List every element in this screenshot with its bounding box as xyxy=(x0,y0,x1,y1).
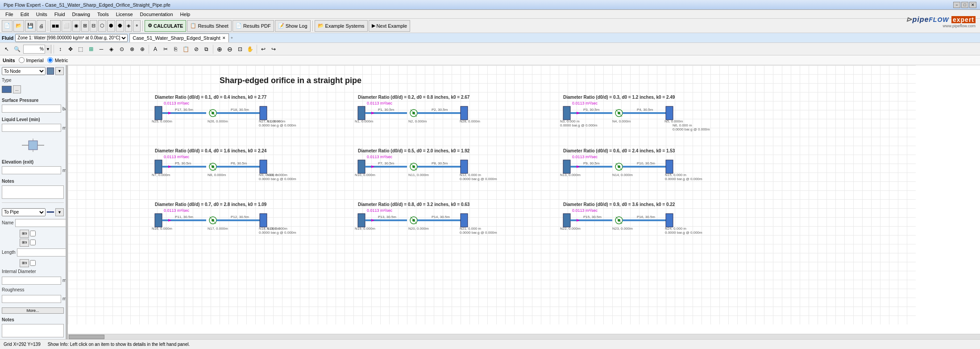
delete-tool[interactable]: ⊘ xyxy=(191,44,201,54)
tb-icon-4[interactable]: ⊞ xyxy=(81,20,89,32)
new-button[interactable]: 📄 xyxy=(2,20,12,32)
save-button[interactable]: 💾 xyxy=(25,20,36,32)
svg-text:0.0113 m³/sec: 0.0113 m³/sec xyxy=(164,155,190,159)
pipe-name-input[interactable] xyxy=(15,219,66,227)
tb-icon-7[interactable]: ⬢ xyxy=(107,20,115,32)
length-check[interactable] xyxy=(30,260,36,266)
minimize-button[interactable]: − xyxy=(953,2,960,8)
zoom-out-btn[interactable]: ⊖ xyxy=(225,44,235,54)
to-pipe-select[interactable]: To Pipe xyxy=(2,208,46,216)
notes2-textarea[interactable] xyxy=(2,324,64,337)
svg-rect-115 xyxy=(358,214,365,227)
menu-file[interactable]: File xyxy=(2,11,17,18)
zoom-input[interactable]: 100 xyxy=(24,46,40,51)
valve-tool[interactable]: ⊗ xyxy=(127,44,137,54)
menu-drawing[interactable]: Drawing xyxy=(69,11,94,18)
scrollbar-thumb[interactable] xyxy=(69,335,104,339)
tb-icon-9[interactable]: ◈ xyxy=(125,20,132,32)
results-sheet-button[interactable]: 📋 Results Sheet xyxy=(187,20,231,32)
menu-units[interactable]: Units xyxy=(33,11,51,18)
type-btn[interactable]: ... xyxy=(13,85,21,93)
tb-icon-6[interactable]: ⬡ xyxy=(98,20,106,32)
cursor-tool[interactable]: ↖ xyxy=(2,44,12,54)
next-example-button[interactable]: ▶ Next Example xyxy=(369,20,410,32)
notes-textarea[interactable] xyxy=(2,185,64,199)
node-arrow-button[interactable]: ▼ xyxy=(55,67,64,75)
svg-text:N2, 0.000m: N2, 0.000m xyxy=(408,119,427,123)
results-pdf-button[interactable]: 📄 Results PDF xyxy=(233,20,274,32)
tb-icon-2[interactable]: ⬜ xyxy=(62,20,71,32)
imperial-radio[interactable] xyxy=(19,57,25,63)
pipe-tool[interactable]: ─ xyxy=(96,44,106,54)
tank-tool[interactable]: ⊞ xyxy=(86,44,96,54)
liquid-level-input[interactable]: 0 xyxy=(2,124,61,132)
example-systems-button[interactable]: 📂 Example Systems xyxy=(315,20,368,32)
menu-fluid[interactable]: Fluid xyxy=(51,11,69,18)
calculate-button[interactable]: ⚙ CALCULATE xyxy=(145,20,186,32)
svg-text:P6, 30.5m: P6, 30.5m xyxy=(231,161,247,165)
maximize-button[interactable]: □ xyxy=(961,2,968,8)
paste-tool[interactable]: 📋 xyxy=(181,44,191,54)
surface-pressure-input[interactable]: 0 xyxy=(2,105,61,113)
redo-btn[interactable]: ↪ xyxy=(269,44,278,54)
menu-edit[interactable]: Edit xyxy=(17,11,33,18)
roughness-row: Roughness xyxy=(2,287,64,292)
select-tool[interactable]: ⬚ xyxy=(76,44,86,54)
fluid-select[interactable]: Zone 1: Water [998.000000 kg/m³ at 0.0ba… xyxy=(15,34,128,42)
group-tool[interactable]: ⧉ xyxy=(202,44,212,54)
cut-tool[interactable]: ✂ xyxy=(161,44,170,54)
zoom-in-tool[interactable]: 🔍 xyxy=(12,44,22,54)
undo-btn[interactable]: ↩ xyxy=(258,44,268,54)
length-input[interactable]: 0 xyxy=(17,248,66,256)
svg-text:N11, 0.000m: N11, 0.000m xyxy=(408,173,429,177)
notes2-label: Notes xyxy=(2,317,64,322)
to-node-select[interactable]: To Node xyxy=(2,67,46,75)
copy-tool[interactable]: ⎘ xyxy=(171,44,181,54)
tb-icon-8[interactable]: ⬣ xyxy=(116,20,124,32)
zoom-in-btn[interactable]: ⊕ xyxy=(215,44,224,54)
int-diam-input[interactable]: 0 xyxy=(2,277,61,285)
close-button[interactable]: ✕ xyxy=(969,2,976,8)
elevation-input[interactable]: 0 xyxy=(2,166,61,174)
metric-radio[interactable] xyxy=(47,57,53,63)
move-tool[interactable]: ✥ xyxy=(66,44,75,54)
horizontal-scrollbar[interactable] xyxy=(68,334,980,339)
tb-icon-1[interactable]: ◼◼ xyxy=(50,20,61,32)
size-btn-1[interactable]: ⊞9 xyxy=(20,230,29,238)
more-button[interactable]: More... xyxy=(2,307,64,314)
length-btn[interactable]: ⊞9 xyxy=(20,259,29,267)
tb-icon-3[interactable]: ◉ xyxy=(72,20,80,32)
check-1[interactable] xyxy=(30,231,36,236)
open-button[interactable]: 📂 xyxy=(13,20,24,32)
tb-icon-10[interactable]: ⚬ xyxy=(133,20,141,32)
roughness-input[interactable]: 0 xyxy=(2,295,61,303)
menu-help[interactable]: Help xyxy=(177,11,194,18)
svg-text:0.0000 bar.g @ 0.000m: 0.0000 bar.g @ 0.000m xyxy=(460,177,497,181)
menu-tools[interactable]: Tools xyxy=(94,11,112,18)
fit-view-btn[interactable]: ⊡ xyxy=(235,44,245,54)
pan-btn[interactable]: ✋ xyxy=(245,44,255,54)
menu-license[interactable]: License xyxy=(112,11,137,18)
demand-tool[interactable]: ⊕ xyxy=(137,44,147,54)
pointer-tool[interactable]: ↕ xyxy=(55,44,65,54)
pump-tool[interactable]: ⊙ xyxy=(117,44,127,54)
tab-close-button[interactable]: ✕ xyxy=(222,36,226,40)
component-tool[interactable]: ◈ xyxy=(107,44,116,54)
text-tool[interactable]: A xyxy=(150,44,160,54)
size-btn-2[interactable]: ⊞9 xyxy=(20,239,29,247)
drawing-tab[interactable]: Case_51_Water_Sharp_Edged_Straight ✕ xyxy=(129,34,229,42)
show-log-button[interactable]: 📝 Show Log xyxy=(275,20,311,32)
svg-rect-138 xyxy=(666,214,673,227)
int-diam-input-row: 0 mm Diam? xyxy=(2,277,64,285)
tb-icon-5[interactable]: ⊟ xyxy=(90,20,97,32)
int-diam-label: Internal Diameter xyxy=(2,269,37,274)
svg-rect-92 xyxy=(666,160,673,173)
svg-marker-147 xyxy=(371,165,374,168)
print-button[interactable]: 🖨 xyxy=(37,20,46,32)
menu-documentation[interactable]: Documentation xyxy=(137,11,177,18)
zoom-down-arrow[interactable]: ▼ xyxy=(45,45,51,54)
check-2[interactable] xyxy=(30,240,36,245)
tab-add-button[interactable]: + xyxy=(231,36,233,40)
canvas-area[interactable]: Sharp-edged orifice in a straight pipe D… xyxy=(68,65,980,339)
pipe-arrow-button[interactable]: ▼ xyxy=(55,208,64,216)
